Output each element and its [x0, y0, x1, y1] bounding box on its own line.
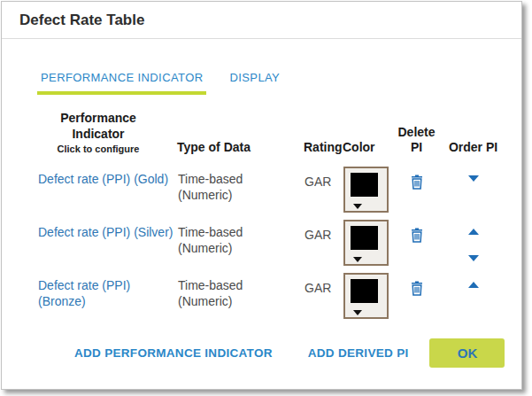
- add-derived-pi-link[interactable]: ADD DERIVED PI: [308, 346, 409, 360]
- column-header-delete-pi: Delete PI: [393, 111, 440, 167]
- table-header-row: Performance Indicator Click to configure…: [37, 111, 506, 167]
- tab-bar: PERFORMANCE INDICATOR DISPLAY: [2, 39, 521, 95]
- rating-value: GAR: [305, 175, 331, 189]
- chevron-down-icon: [353, 204, 362, 209]
- table-row: Defect rate (PPI) (Bronze) Time-based (N…: [37, 273, 506, 326]
- table-row: Defect rate (PPI) (Gold) Time-based (Num…: [37, 167, 506, 220]
- trash-icon: [410, 228, 424, 243]
- trash-icon: [410, 175, 424, 190]
- rating-value: GAR: [305, 281, 331, 295]
- color-swatch: [351, 226, 378, 250]
- color-swatch: [351, 173, 378, 197]
- table-row: Defect rate (PPI) (Silver) Time-based (N…: [37, 220, 506, 273]
- dialog-actions: ADD PERFORMANCE INDICATOR ADD DERIVED PI…: [2, 338, 521, 368]
- column-header-type-of-data: Type of Data: [177, 111, 304, 167]
- column-header-performance-indicator: Performance Indicator Click to configure: [37, 111, 177, 167]
- tab-display[interactable]: DISPLAY: [226, 71, 283, 95]
- defect-rate-table-dialog: Defect Rate Table PERFORMANCE INDICATOR …: [1, 1, 522, 390]
- dialog-header: Defect Rate Table: [2, 2, 521, 39]
- chevron-down-icon: [353, 257, 362, 262]
- order-up-button[interactable]: [468, 282, 479, 288]
- trash-icon: [410, 281, 424, 296]
- column-header-rating: Rating: [304, 111, 343, 167]
- dialog-title: Defect Rate Table: [19, 12, 504, 29]
- tab-performance-indicator[interactable]: PERFORMANCE INDICATOR: [37, 71, 206, 95]
- color-picker[interactable]: [343, 220, 389, 266]
- pi-link-gold[interactable]: Defect rate (PPI) (Gold): [38, 171, 168, 187]
- column-header-order-pi: Order PI: [440, 111, 506, 167]
- click-to-configure-hint: Click to configure: [37, 144, 159, 156]
- rating-value: GAR: [305, 228, 331, 242]
- order-down-button[interactable]: [468, 255, 479, 261]
- add-performance-indicator-link[interactable]: ADD PERFORMANCE INDICATOR: [74, 346, 273, 360]
- color-picker[interactable]: [343, 167, 389, 213]
- color-swatch: [351, 279, 378, 303]
- chevron-down-icon: [353, 310, 362, 315]
- performance-indicator-table: Performance Indicator Click to configure…: [37, 111, 506, 326]
- pi-link-silver[interactable]: Defect rate (PPI) (Silver): [38, 224, 173, 240]
- column-header-label: Performance Indicator: [60, 111, 136, 141]
- delete-pi-button[interactable]: [410, 281, 424, 296]
- type-of-data-value: Time-based (Numeric): [178, 224, 263, 256]
- column-header-color: Color: [343, 111, 393, 167]
- order-down-button[interactable]: [468, 175, 479, 182]
- delete-pi-button[interactable]: [410, 228, 424, 243]
- color-picker[interactable]: [343, 273, 389, 319]
- delete-pi-button[interactable]: [410, 175, 424, 190]
- pi-link-bronze[interactable]: Defect rate (PPI) (Bronze): [38, 277, 144, 309]
- order-up-button[interactable]: [468, 229, 479, 235]
- type-of-data-value: Time-based (Numeric): [178, 171, 263, 203]
- type-of-data-value: Time-based (Numeric): [178, 277, 263, 309]
- ok-button[interactable]: OK: [429, 338, 505, 368]
